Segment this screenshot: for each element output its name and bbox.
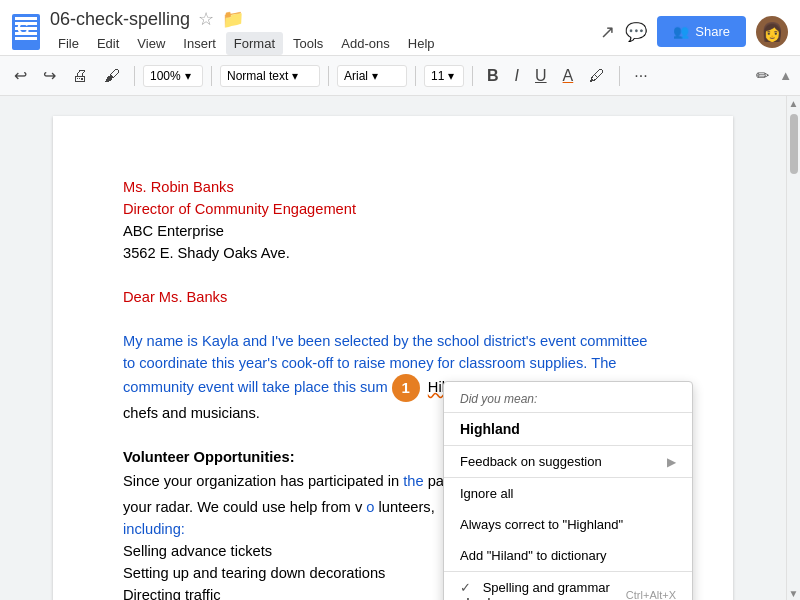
- font-size-select[interactable]: 11 ▾: [424, 65, 464, 87]
- folder-icon[interactable]: 📁: [222, 8, 244, 30]
- always-correct-option[interactable]: Always correct to "Highland": [444, 509, 692, 540]
- scroll-thumb[interactable]: [790, 114, 798, 174]
- menu-bar: File Edit View Insert Format Tools Add-o…: [50, 32, 600, 55]
- menu-edit[interactable]: Edit: [89, 32, 127, 55]
- separator-1: [134, 66, 135, 86]
- doc-scroll[interactable]: Ms. Robin Banks Director of Community En…: [0, 96, 786, 600]
- spell-check-option[interactable]: ✓ Spelling and grammar check Ctrl+Alt+X: [444, 571, 692, 600]
- doc-container: Ms. Robin Banks Director of Community En…: [0, 96, 800, 600]
- separator-3: [328, 66, 329, 86]
- menu-file[interactable]: File: [50, 32, 87, 55]
- context-menu-suggestion[interactable]: Highland: [444, 413, 692, 446]
- highlight-button[interactable]: 🖊: [583, 63, 611, 89]
- share-button[interactable]: 👥 Share: [657, 16, 746, 47]
- menu-tools[interactable]: Tools: [285, 32, 331, 55]
- title-section: 06-check-spelling ☆ 📁 File Edit View Ins…: [50, 8, 600, 55]
- address-title: Director of Community Engagement: [123, 198, 663, 220]
- greeting: Dear Ms. Banks: [123, 286, 663, 308]
- address-company: ABC Enterprise: [123, 220, 663, 242]
- ignore-all-option[interactable]: Ignore all: [444, 477, 692, 509]
- separator-2: [211, 66, 212, 86]
- scroll-down-button[interactable]: ▼: [787, 586, 801, 600]
- menu-view[interactable]: View: [129, 32, 173, 55]
- scroll-up-button[interactable]: ▲: [787, 96, 801, 110]
- menu-insert[interactable]: Insert: [175, 32, 224, 55]
- print-button[interactable]: 🖨: [66, 63, 94, 89]
- chevron-down-icon: ▾: [185, 69, 191, 83]
- avatar: 👩: [756, 16, 788, 48]
- context-menu: Did you mean: Highland Feedback on sugge…: [443, 381, 693, 600]
- context-menu-header: Did you mean:: [444, 382, 692, 413]
- chevron-down-icon: ▾: [372, 69, 378, 83]
- chevron-down-icon: ▾: [448, 69, 454, 83]
- badge-1: 1: [392, 374, 420, 402]
- separator-6: [619, 66, 620, 86]
- arrow-icon: ▶: [667, 455, 676, 469]
- shortcut-label: Ctrl+Alt+X: [626, 589, 676, 600]
- title-actions: ↗ 💬 👥 Share 👩: [600, 16, 788, 48]
- italic-button[interactable]: I: [509, 63, 525, 89]
- edit-mode-button[interactable]: ✏: [750, 62, 775, 89]
- chat-icon[interactable]: 💬: [625, 21, 647, 43]
- add-to-dict-option[interactable]: Add "Hiland" to dictionary: [444, 540, 692, 571]
- address-name: Ms. Robin Banks: [123, 176, 663, 198]
- underline-button[interactable]: U: [529, 63, 553, 89]
- spell-check-icon: ✓: [460, 580, 471, 595]
- font-color-button[interactable]: A: [557, 63, 580, 89]
- menu-addons[interactable]: Add-ons: [333, 32, 397, 55]
- separator-5: [472, 66, 473, 86]
- star-icon[interactable]: ☆: [198, 8, 214, 30]
- chevron-down-icon: ▾: [292, 69, 298, 83]
- scrollbar[interactable]: ▲ ▼: [786, 96, 800, 600]
- doc-title-row: 06-check-spelling ☆ 📁: [50, 8, 600, 30]
- title-bar: G 06-check-spelling ☆ 📁 File Edit View I…: [0, 0, 800, 56]
- toolbar: ↩ ↪ 🖨 🖌 100% ▾ Normal text ▾ Arial ▾ 11 …: [0, 56, 800, 96]
- menu-format[interactable]: Format: [226, 32, 283, 55]
- redo-button[interactable]: ↪: [37, 62, 62, 89]
- bold-button[interactable]: B: [481, 63, 505, 89]
- feedback-option[interactable]: Feedback on suggestion ▶: [444, 446, 692, 477]
- format-painter-button[interactable]: 🖌: [98, 63, 126, 89]
- doc-icon: G: [12, 14, 40, 50]
- style-select[interactable]: Normal text ▾: [220, 65, 320, 87]
- font-select[interactable]: Arial ▾: [337, 65, 407, 87]
- zoom-select[interactable]: 100% ▾: [143, 65, 203, 87]
- more-options-button[interactable]: ···: [628, 63, 653, 89]
- separator-4: [415, 66, 416, 86]
- undo-button[interactable]: ↩: [8, 62, 33, 89]
- share-icon: 👥: [673, 24, 689, 39]
- trending-icon[interactable]: ↗: [600, 21, 615, 43]
- doc-title-text: 06-check-spelling: [50, 9, 190, 30]
- doc-page: Ms. Robin Banks Director of Community En…: [53, 116, 733, 600]
- address-street: 3562 E. Shady Oaks Ave.: [123, 242, 663, 264]
- menu-help[interactable]: Help: [400, 32, 443, 55]
- chevron-up-icon[interactable]: ▲: [779, 68, 792, 83]
